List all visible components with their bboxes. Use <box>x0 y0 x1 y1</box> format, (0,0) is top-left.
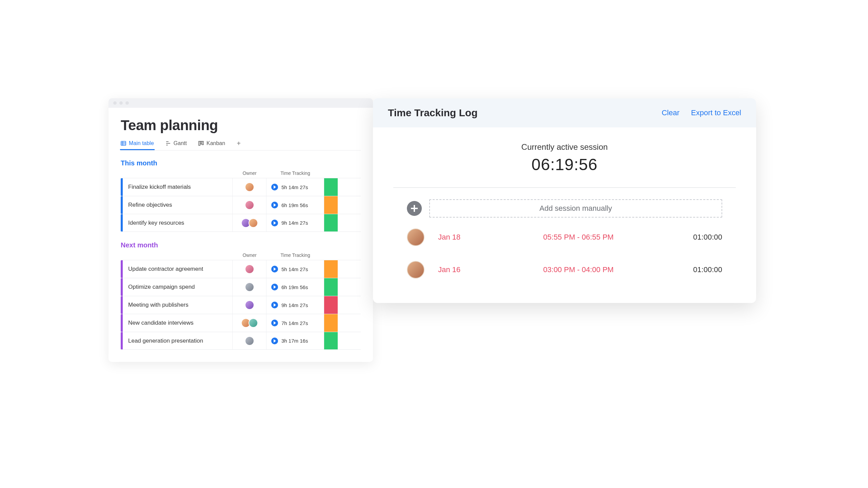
session-row[interactable]: Jan 1805:55 PM - 06:55 PM01:00:00 <box>373 221 756 253</box>
clear-button[interactable]: Clear <box>662 108 679 117</box>
session-duration: 01:00:00 <box>682 265 722 274</box>
owner-cell[interactable] <box>233 260 267 278</box>
row-accent <box>121 278 123 296</box>
session-date: Jan 18 <box>438 233 475 242</box>
play-icon[interactable] <box>271 320 278 326</box>
owner-cell[interactable] <box>233 332 267 349</box>
task-name[interactable]: Update contractor agreement <box>121 260 233 278</box>
time-tracking-cell[interactable]: 9h 14m 27s <box>267 296 324 314</box>
table-row[interactable]: New candidate interviews7h 14m 27s <box>121 314 361 332</box>
panel-header: Time Tracking Log Clear Export to Excel <box>373 98 756 127</box>
task-name[interactable]: Identify key resources <box>121 214 233 231</box>
group-title[interactable]: Next month <box>121 241 361 249</box>
tracked-time: 6h 19m 56s <box>281 284 308 290</box>
play-icon[interactable] <box>271 266 278 272</box>
row-accent <box>121 296 123 314</box>
time-tracking-cell[interactable]: 5h 14m 27s <box>267 178 324 196</box>
owner-cell[interactable] <box>233 314 267 332</box>
owner-cell[interactable] <box>233 196 267 214</box>
time-tracking-cell[interactable]: 5h 14m 27s <box>267 260 324 278</box>
add-session-plus-icon[interactable] <box>407 201 422 216</box>
row-accent <box>121 214 123 231</box>
table-row[interactable]: Lead generation presentation3h 17m 16s <box>121 332 361 350</box>
time-tracking-cell[interactable]: 6h 19m 56s <box>267 278 324 296</box>
table-row[interactable]: Meeting with publishers9h 14m 27s <box>121 296 361 314</box>
avatar <box>245 264 254 274</box>
active-session-time: 06:19:56 <box>393 155 736 174</box>
avatar <box>249 218 258 228</box>
session-time-range: 03:00 PM - 04:00 PM <box>489 265 668 274</box>
tab-label: Gantt <box>174 140 187 146</box>
status-chip[interactable] <box>324 314 338 332</box>
session-time-range: 05:55 PM - 06:55 PM <box>489 233 668 242</box>
table-row[interactable]: Update contractor agreement5h 14m 27s <box>121 260 361 278</box>
column-time-tracking: Time Tracking <box>267 170 324 176</box>
group-title[interactable]: This month <box>121 159 361 167</box>
task-name[interactable]: New candidate interviews <box>121 314 233 332</box>
tab-gantt[interactable]: Gantt <box>165 140 187 150</box>
avatar <box>249 318 258 328</box>
avatar <box>407 261 425 279</box>
panel-title: Time Tracking Log <box>388 107 478 119</box>
status-chip[interactable] <box>324 332 338 349</box>
column-owner: Owner <box>233 252 267 258</box>
play-icon[interactable] <box>271 184 278 190</box>
table-row[interactable]: Optimize campaign spend6h 19m 56s <box>121 278 361 296</box>
avatar <box>407 228 425 246</box>
row-accent <box>121 332 123 349</box>
tracked-time: 3h 17m 16s <box>281 338 308 344</box>
session-date: Jan 16 <box>438 265 475 274</box>
table-row[interactable]: Refine objectives6h 19m 56s <box>121 196 361 214</box>
tracked-time: 6h 19m 56s <box>281 202 308 208</box>
status-chip[interactable] <box>324 260 338 278</box>
task-name[interactable]: Refine objectives <box>121 196 233 214</box>
traffic-light-dot <box>113 101 117 105</box>
tab-kanban[interactable]: Kanban <box>198 140 225 150</box>
time-tracking-cell[interactable]: 7h 14m 27s <box>267 314 324 332</box>
avatar <box>245 182 254 192</box>
status-chip[interactable] <box>324 214 338 231</box>
active-session: Currently active session 06:19:56 <box>393 127 736 188</box>
tab-main-table[interactable]: Main table <box>121 140 154 150</box>
active-session-label: Currently active session <box>393 142 736 152</box>
avatar <box>245 300 254 310</box>
tracked-time: 5h 14m 27s <box>281 266 308 272</box>
time-tracking-cell[interactable]: 6h 19m 56s <box>267 196 324 214</box>
task-name[interactable]: Meeting with publishers <box>121 296 233 314</box>
session-row[interactable]: Jan 1603:00 PM - 04:00 PM01:00:00 <box>373 253 756 286</box>
window-titlebar <box>108 98 373 108</box>
svg-rect-8 <box>200 141 202 144</box>
owner-cell[interactable] <box>233 278 267 296</box>
page-title: Team planning <box>121 117 361 134</box>
add-session-manually-button[interactable]: Add session manually <box>429 199 722 218</box>
tracked-time: 7h 14m 27s <box>281 320 308 326</box>
task-name[interactable]: Optimize campaign spend <box>121 278 233 296</box>
task-name[interactable]: Finalize kickoff materials <box>121 178 233 196</box>
table-row[interactable]: Finalize kickoff materials5h 14m 27s <box>121 178 361 196</box>
team-planning-window: Team planning Main table Gantt <box>108 98 373 362</box>
owner-cell[interactable] <box>233 296 267 314</box>
svg-rect-7 <box>199 141 200 145</box>
play-icon[interactable] <box>271 338 278 344</box>
svg-rect-9 <box>202 141 203 145</box>
tracked-time: 9h 14m 27s <box>281 220 308 226</box>
add-view-button[interactable]: + <box>237 140 241 150</box>
status-chip[interactable] <box>324 296 338 314</box>
status-chip[interactable] <box>324 196 338 214</box>
status-chip[interactable] <box>324 178 338 196</box>
play-icon[interactable] <box>271 220 278 226</box>
avatar <box>245 282 254 292</box>
column-owner: Owner <box>233 170 267 176</box>
tab-label: Main table <box>129 140 154 146</box>
owner-cell[interactable] <box>233 214 267 231</box>
export-to-excel-button[interactable]: Export to Excel <box>691 108 741 117</box>
owner-cell[interactable] <box>233 178 267 196</box>
play-icon[interactable] <box>271 202 278 208</box>
play-icon[interactable] <box>271 284 278 290</box>
play-icon[interactable] <box>271 302 278 308</box>
time-tracking-cell[interactable]: 3h 17m 16s <box>267 332 324 349</box>
task-name[interactable]: Lead generation presentation <box>121 332 233 349</box>
time-tracking-cell[interactable]: 9h 14m 27s <box>267 214 324 231</box>
table-row[interactable]: Identify key resources9h 14m 27s <box>121 214 361 232</box>
status-chip[interactable] <box>324 278 338 296</box>
